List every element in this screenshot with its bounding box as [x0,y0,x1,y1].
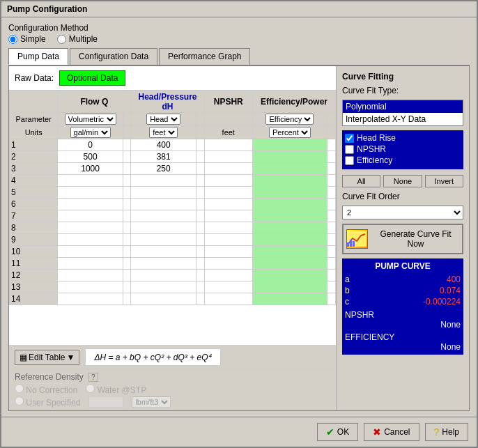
cell-head[interactable] [131,175,196,187]
cell-flow[interactable] [58,246,123,258]
cell-npshr[interactable] [204,281,252,293]
cell-flow[interactable] [58,293,123,305]
curve-type-polynomial[interactable]: Polynomial [343,100,463,113]
cell-npshr[interactable] [204,258,252,270]
cell-efficiency[interactable] [252,139,327,151]
edit-table-button[interactable]: ▦ Edit Table ▼ [15,350,79,365]
curve-fit-order-select[interactable]: 2 3 4 [342,206,463,219]
checkbox-head-rise[interactable] [345,134,354,143]
cell-efficiency[interactable] [252,175,327,187]
help-button[interactable]: ? Help [425,423,468,441]
cell-head[interactable]: 400 [131,139,196,151]
cell-head[interactable] [131,199,196,210]
cell-npshr[interactable] [204,139,252,151]
density-unit-select[interactable]: lbm/ft3 [132,396,171,408]
col-header-npshr: NPSHR [204,91,252,113]
cell-efficiency[interactable] [252,234,327,246]
tab-pump-data[interactable]: Pump Data [8,48,68,65]
checkbox-npshr[interactable] [345,145,354,154]
cell-flow[interactable] [58,222,123,234]
cell-efficiency[interactable] [252,222,327,234]
cell-head[interactable]: 381 [131,151,196,163]
cell-flow[interactable] [58,234,123,246]
user-density-input[interactable] [88,396,123,408]
cell-flow[interactable] [58,270,123,281]
curve-type-interpolated[interactable]: Interpolated X-Y Data [343,113,463,125]
tab-performance-graph[interactable]: Performance Graph [159,48,250,65]
cell-efficiency[interactable] [252,199,327,210]
cell-head[interactable] [131,258,196,270]
cell-head[interactable] [131,281,196,293]
radio-multiple-label[interactable]: Multiple [57,34,98,44]
ok-icon: ✔ [326,426,334,438]
optional-data-button[interactable]: Optional Data [59,70,125,86]
cell-head[interactable] [131,210,196,222]
checkbox-efficiency[interactable] [345,156,354,165]
radio-simple-label[interactable]: Simple [8,34,46,44]
cancel-button[interactable]: ✖ Cancel [364,423,419,441]
tab-configuration-data[interactable]: Configuration Data [70,48,157,65]
cell-flow[interactable] [58,281,123,293]
cell-flow[interactable] [58,187,123,199]
cell-head[interactable]: 250 [131,163,196,175]
param-head-arrow [196,113,204,126]
cell-flow[interactable]: 0 [58,139,123,151]
cell-npshr[interactable] [204,210,252,222]
cell-head[interactable] [131,222,196,234]
param-head-select[interactable]: Head [146,114,180,125]
cell-efficiency[interactable] [252,246,327,258]
cell-efficiency[interactable] [252,210,327,222]
none-button[interactable]: None [383,175,422,187]
cell-efficiency[interactable] [252,258,327,270]
cell-head[interactable] [131,293,196,305]
cell-npshr[interactable] [204,187,252,199]
all-button[interactable]: All [342,175,380,187]
cell-head[interactable] [131,187,196,199]
cell-efficiency[interactable] [252,163,327,175]
cell-flow[interactable] [58,199,123,210]
cell-efficiency[interactable] [252,187,327,199]
cell-npshr[interactable] [204,293,252,305]
cell-head[interactable] [131,234,196,246]
cell-flow[interactable]: 500 [58,151,123,163]
ref-density-help[interactable]: ? [88,373,98,382]
cell-efficiency[interactable] [252,151,327,163]
no-correction-label[interactable]: No Correction [15,384,77,395]
data-table-container: Flow Q Head/Pressure dH NPSHR Efficiency… [9,90,336,345]
cell-flow[interactable] [58,210,123,222]
check-head-rise-label: Head Rise [357,133,396,143]
pump-c-value: -0.000224 [423,297,461,307]
ref-density-label: Reference Density ? [15,372,330,382]
pump-b-label: b [345,286,350,295]
units-head-select[interactable]: feet [149,127,178,138]
cell-efficiency[interactable] [252,281,327,293]
units-flow-select[interactable]: gal/min [70,127,111,138]
cell-npshr[interactable] [204,175,252,187]
param-flow-select[interactable]: Volumetric [65,114,116,125]
param-eff-select[interactable]: Efficiency [265,114,314,125]
cell-npshr[interactable] [204,246,252,258]
cell-npshr[interactable] [204,270,252,281]
cell-flow[interactable] [58,258,123,270]
cell-npshr[interactable] [204,199,252,210]
cell-flow[interactable] [58,175,123,187]
cell-head[interactable] [131,270,196,281]
cell-npshr[interactable] [204,222,252,234]
cell-head[interactable] [131,246,196,258]
cell-efficiency[interactable] [252,270,327,281]
radio-multiple[interactable] [57,35,66,44]
cell-npshr[interactable] [204,151,252,163]
ok-button[interactable]: ✔ OK [317,423,358,441]
cell-efficiency[interactable] [252,293,327,305]
invert-button[interactable]: Invert [425,175,463,187]
table-row: 14 [10,293,336,305]
generate-curve-button[interactable]: Generate Curve Fit Now [342,224,463,254]
user-specified-label[interactable]: User Specified [15,396,80,408]
radio-simple[interactable] [8,35,17,44]
cell-flow[interactable]: 1000 [58,163,123,175]
cell-npshr[interactable] [204,234,252,246]
param-eff-arrow [327,113,336,126]
cell-npshr[interactable] [204,163,252,175]
water-stp-label[interactable]: Water @STP [86,384,146,395]
units-eff-select[interactable]: Percent [269,127,311,138]
